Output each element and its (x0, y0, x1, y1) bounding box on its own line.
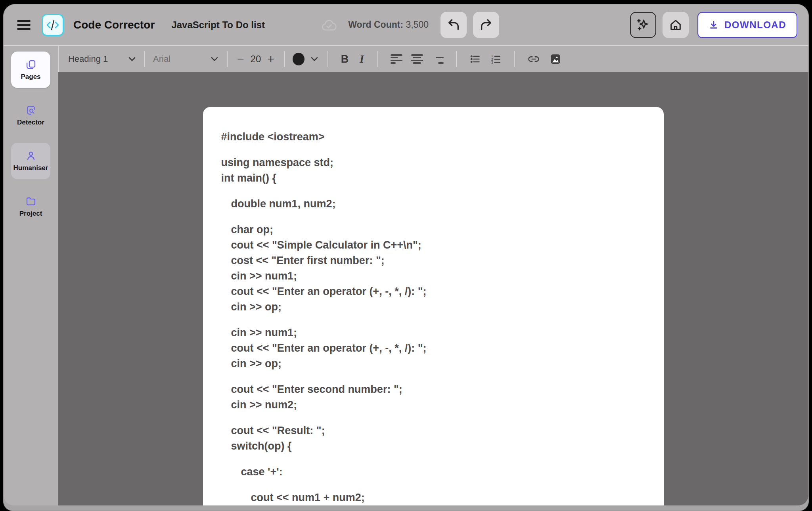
app-window: Code Corrector JavaScript To Do list Wor… (3, 4, 809, 511)
download-icon (709, 20, 719, 30)
insert-link-button[interactable] (527, 53, 541, 65)
svg-text:3: 3 (491, 61, 493, 65)
code-line: cin >> num1; (221, 268, 645, 284)
code-line: cin >> op; (221, 299, 645, 315)
code-line: int main() { (221, 170, 645, 186)
bold-button[interactable]: B (335, 53, 354, 65)
code-line: cout << "Enter an operator (+, -, *, /):… (221, 284, 645, 299)
italic-button[interactable]: I (354, 53, 370, 65)
font-size-decrease-button[interactable]: − (236, 53, 246, 65)
sidebar-item-detector[interactable]: Detector (11, 97, 50, 134)
toolbar-separator (227, 51, 228, 67)
sparkles-icon (636, 18, 650, 32)
toolbar-separator (144, 51, 145, 67)
home-icon (669, 18, 682, 32)
app-panel: Code Corrector JavaScript To Do list Wor… (4, 4, 808, 505)
sidebar-item-label: Project (19, 210, 42, 218)
code-line: case '+': (221, 464, 645, 480)
home-button[interactable] (663, 12, 689, 38)
insert-image-button[interactable] (549, 53, 562, 65)
app-logo (42, 14, 64, 36)
code-line: cout << num1 + num2; (221, 490, 645, 505)
code-line: cost << "Enter first number: "; (221, 253, 645, 268)
download-label: DOWNLOAD (724, 19, 786, 31)
header-bar: Code Corrector JavaScript To Do list Wor… (4, 4, 808, 45)
content-column: Heading 1 Arial − 20 + (58, 46, 808, 505)
align-right-button[interactable] (432, 54, 444, 64)
align-center-button[interactable] (411, 54, 423, 64)
word-count-label: Word Count: (348, 19, 403, 30)
toolbar-separator (377, 51, 378, 67)
sidebar-item-humaniser[interactable]: Humaniser (11, 143, 50, 179)
code-line: cout << "Result: "; (221, 423, 645, 438)
code-icon (46, 19, 60, 31)
code-line: double num1, num2; (221, 196, 645, 212)
font-family-dropdown[interactable]: Arial (153, 54, 219, 64)
code-line: cout << "Enter second number: "; (221, 382, 645, 397)
undo-icon (447, 18, 460, 32)
humaniser-icon (25, 150, 36, 161)
chevron-down-icon (210, 56, 219, 62)
detector-icon (25, 105, 36, 116)
bullet-list-button[interactable] (469, 54, 481, 65)
body-row: Pages Detector (4, 45, 808, 505)
ai-tools-button[interactable] (630, 12, 656, 38)
header-right: DOWNLOAD (630, 12, 797, 38)
code-line: switch(op) { (221, 438, 645, 454)
editor-canvas: #include <iostream> using namespace std;… (58, 72, 808, 505)
word-count-value: 3,500 (406, 19, 429, 30)
sidebar-item-label: Detector (17, 119, 44, 126)
sidebar-item-project[interactable]: Project (11, 188, 50, 225)
cloud-saved-icon (320, 18, 338, 32)
document-title[interactable]: JavaScript To Do list (171, 19, 265, 31)
redo-icon (479, 18, 493, 32)
sidebar-item-label: Humaniser (13, 164, 48, 172)
chevron-down-icon (310, 56, 319, 62)
code-line: cin >> num2; (221, 397, 645, 413)
word-count: Word Count: 3,500 (348, 19, 429, 30)
code-line: cin >> num1; (221, 325, 645, 341)
font-family-value: Arial (153, 54, 170, 64)
project-icon (25, 196, 36, 207)
hamburger-menu-icon[interactable] (17, 20, 31, 30)
code-line: using namespace std; (221, 155, 645, 170)
font-size-value: 20 (251, 54, 261, 65)
text-color-dropdown[interactable] (293, 53, 319, 65)
sidebar: Pages Detector (4, 46, 58, 505)
app-title: Code Corrector (73, 19, 155, 31)
align-left-button[interactable] (391, 54, 402, 64)
paragraph-style-dropdown[interactable]: Heading 1 (68, 54, 136, 64)
code-line: char op; (221, 222, 645, 237)
toolbar-separator (327, 51, 327, 67)
code-line: cout << "Enter an operator (+, -, *, /):… (221, 341, 645, 356)
sidebar-item-pages[interactable]: Pages (11, 52, 50, 88)
paragraph-style-value: Heading 1 (68, 54, 108, 64)
download-button[interactable]: DOWNLOAD (697, 12, 797, 38)
sidebar-item-label: Pages (21, 73, 40, 81)
undo-button[interactable] (440, 12, 467, 38)
toolbar-separator (456, 51, 457, 67)
redo-button[interactable] (473, 12, 499, 38)
chevron-down-icon (128, 56, 136, 62)
code-line: #include <iostream> (221, 129, 645, 145)
code-line: cin >> op; (221, 356, 645, 371)
color-swatch (293, 53, 304, 65)
code-line: cout << "Simple Calculator in C++\n"; (221, 237, 645, 253)
pages-icon (25, 59, 36, 70)
header-middle: Word Count: 3,500 (320, 12, 499, 38)
document-page[interactable]: #include <iostream> using namespace std;… (203, 107, 664, 505)
numbered-list-button[interactable]: 1 2 3 (489, 54, 502, 65)
toolbar-separator (284, 51, 285, 67)
formatting-toolbar: Heading 1 Arial − 20 + (58, 46, 808, 72)
font-size-increase-button[interactable]: + (266, 53, 276, 65)
toolbar-separator (514, 51, 515, 67)
